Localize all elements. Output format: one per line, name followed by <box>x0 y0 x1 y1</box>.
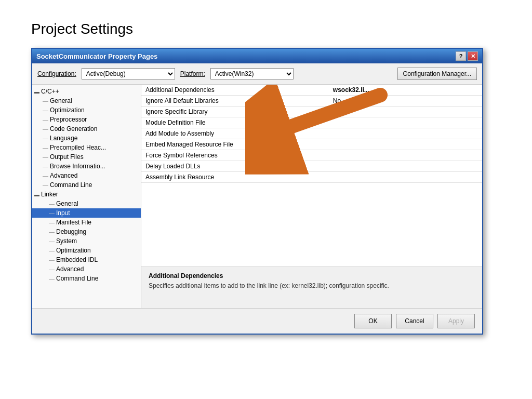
tree-item-linker-embedded-idl[interactable]: —Embedded IDL <box>32 255 141 264</box>
expand-icon: ▬ <box>34 89 39 95</box>
property-name: Add Module to Assembly <box>141 128 329 139</box>
configuration-select[interactable]: Active(Debug)DebugRelease <box>82 68 175 79</box>
table-row[interactable]: Module Definition File <box>141 117 482 128</box>
bottom-bar: OK Cancel Apply <box>32 308 482 334</box>
apply-button[interactable]: Apply <box>437 314 475 328</box>
tree-item-advanced[interactable]: —Advanced <box>32 171 141 180</box>
property-pages-dialog: SocketCommunicator Property Pages ? ✕ Co… <box>31 48 483 335</box>
property-name: Ignore All Default Libraries <box>141 96 329 107</box>
table-row[interactable]: Ignore All Default LibrariesNo <box>141 96 482 107</box>
tree-item-linker-debugging[interactable]: —Debugging <box>32 227 141 236</box>
tree-item-linker-manifest[interactable]: —Manifest File <box>32 218 141 227</box>
property-value <box>329 139 482 150</box>
tree-item-command-line[interactable]: —Command Line <box>32 180 141 190</box>
description-panel: Additional Dependencies Specifies additi… <box>141 267 482 308</box>
tree-panel: ▬ C/C++ —General —Optimization —Preproce… <box>32 85 141 308</box>
tree-item-linker-input[interactable]: —Input <box>32 208 141 218</box>
title-bar-controls: ? ✕ <box>456 51 478 61</box>
config-manager-button[interactable]: Configuration Manager... <box>397 68 477 80</box>
toolbar: Configuration: Active(Debug)DebugRelease… <box>32 63 482 85</box>
tree-item-linker-general[interactable]: —General <box>32 199 141 208</box>
properties-panel: Additional Dependencieswsock32.li...Igno… <box>141 85 482 267</box>
platform-select[interactable]: Active(Win32)Win32x64 <box>210 68 294 79</box>
property-name: Assembly Link Resource <box>141 172 329 183</box>
property-name: Additional Dependencies <box>141 85 329 96</box>
tree-item-browse-information[interactable]: —Browse Informatio... <box>32 162 141 171</box>
property-value: No <box>329 96 482 107</box>
help-button[interactable]: ? <box>456 51 466 61</box>
property-value <box>329 161 482 172</box>
property-name: Delay Loaded DLLs <box>141 161 329 172</box>
ok-button[interactable]: OK <box>354 314 392 328</box>
tree-item-linker-advanced[interactable]: —Advanced <box>32 264 141 274</box>
tree-item-optimization[interactable]: —Optimization <box>32 105 141 115</box>
platform-label: Platform: <box>180 70 205 77</box>
tree-item-linker-command-line[interactable]: —Command Line <box>32 274 141 283</box>
dialog-title: SocketCommunicator Property Pages <box>36 52 157 60</box>
property-value <box>329 117 482 128</box>
cancel-button[interactable]: Cancel <box>396 314 433 328</box>
tree-item-output-files[interactable]: —Output Files <box>32 152 141 162</box>
property-name: Embed Managed Resource File <box>141 139 329 150</box>
page-title: Project Settings <box>31 21 501 37</box>
tree-item-linker[interactable]: ▬ Linker <box>32 190 141 199</box>
tree-item-cpp[interactable]: ▬ C/C++ <box>32 87 141 96</box>
property-value <box>329 150 482 161</box>
table-row[interactable]: Delay Loaded DLLs <box>141 161 482 172</box>
table-row[interactable]: Force Symbol References <box>141 150 482 161</box>
tree-item-code-generation[interactable]: —Code Generation <box>32 124 141 134</box>
description-title: Additional Dependencies <box>149 272 475 280</box>
expand-icon-linker: ▬ <box>34 192 39 197</box>
main-content: ▬ C/C++ —General —Optimization —Preproce… <box>32 85 482 308</box>
tree-item-general[interactable]: —General <box>32 96 141 105</box>
tree-item-preprocessor[interactable]: —Preprocessor <box>32 115 141 124</box>
close-button[interactable]: ✕ <box>468 51 478 61</box>
description-text: Specifies additional items to add to the… <box>149 282 475 290</box>
property-value <box>329 107 482 117</box>
table-row[interactable]: Add Module to Assembly <box>141 128 482 139</box>
tree-item-precompiled-headers[interactable]: —Precompiled Heac... <box>32 143 141 152</box>
table-row[interactable]: Assembly Link Resource <box>141 172 482 183</box>
config-label: Configuration: <box>37 70 76 77</box>
table-row[interactable]: Embed Managed Resource File <box>141 139 482 150</box>
tree-item-linker-optimization[interactable]: —Optimization <box>32 246 141 255</box>
property-name: Force Symbol References <box>141 150 329 161</box>
table-row[interactable]: Additional Dependencieswsock32.li... <box>141 85 482 96</box>
tree-item-linker-system[interactable]: —System <box>32 236 141 246</box>
table-row[interactable]: Ignore Specific Library <box>141 107 482 117</box>
property-name: Ignore Specific Library <box>141 107 329 117</box>
tree-item-language[interactable]: —Language <box>32 134 141 143</box>
property-value <box>329 128 482 139</box>
title-bar: SocketCommunicator Property Pages ? ✕ <box>32 49 482 63</box>
property-value <box>329 172 482 183</box>
property-name: Module Definition File <box>141 117 329 128</box>
properties-table: Additional Dependencieswsock32.li...Igno… <box>141 85 482 183</box>
property-value: wsock32.li... <box>329 85 482 96</box>
